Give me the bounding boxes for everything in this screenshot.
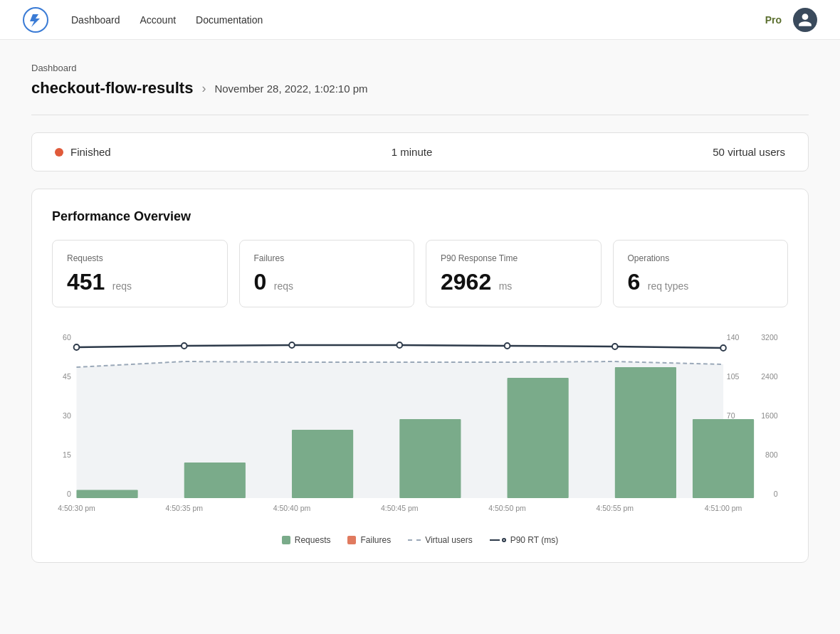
- pro-badge: Pro: [765, 14, 782, 26]
- page-subtitle: November 28, 2022, 1:02:10 pm: [214, 83, 367, 95]
- svg-text:15: 15: [63, 450, 71, 459]
- svg-rect-23: [693, 419, 754, 498]
- metric-grid: Requests 451 reqs Failures 0 reqs P90 Re…: [52, 240, 788, 307]
- svg-text:0: 0: [774, 490, 778, 498]
- svg-text:4:51:00 pm: 4:51:00 pm: [705, 504, 742, 512]
- breadcrumb: Dashboard: [31, 63, 809, 73]
- legend-requests-icon: [282, 536, 290, 544]
- legend-virtual-users: Virtual users: [408, 535, 472, 545]
- navbar: Dashboard Account Documentation Pro: [0, 0, 840, 40]
- metric-value-1: 0: [254, 269, 267, 295]
- nav-links: Dashboard Account Documentation: [71, 14, 263, 26]
- metric-label-3: Operations: [628, 253, 774, 263]
- svg-text:4:50:50 pm: 4:50:50 pm: [488, 504, 526, 512]
- metric-value-0: 451: [67, 269, 105, 295]
- svg-text:4:50:30 pm: 4:50:30 pm: [58, 504, 95, 512]
- legend-p90rt-icon: [490, 538, 506, 542]
- metric-label-0: Requests: [67, 253, 213, 263]
- svg-text:3200: 3200: [761, 333, 777, 342]
- chevron-right-icon: ›: [201, 81, 206, 96]
- legend-failures-label: Failures: [360, 535, 391, 545]
- svg-text:4:50:55 pm: 4:50:55 pm: [597, 504, 634, 512]
- logo[interactable]: [23, 7, 48, 33]
- metric-value-2: 2962: [441, 269, 491, 295]
- svg-text:140: 140: [727, 333, 740, 342]
- svg-text:4:50:35 pm: 4:50:35 pm: [165, 504, 203, 512]
- svg-text:70: 70: [727, 411, 735, 420]
- svg-text:45: 45: [63, 372, 71, 381]
- svg-text:1600: 1600: [761, 411, 777, 420]
- chart-legend: Requests Failures Virtual users P90 RT (…: [52, 535, 788, 545]
- svg-point-28: [505, 343, 510, 349]
- status-bar: Finished 1 minute 50 virtual users: [31, 132, 809, 171]
- main-content: Dashboard checkout-flow-results › Novemb…: [14, 40, 826, 586]
- svg-point-26: [289, 342, 295, 348]
- legend-failures: Failures: [347, 535, 391, 545]
- svg-text:800: 800: [765, 450, 778, 459]
- svg-rect-21: [508, 378, 569, 498]
- metric-unit-1: reqs: [274, 280, 293, 292]
- nav-dashboard[interactable]: Dashboard: [71, 14, 120, 26]
- metric-box-3: Operations 6 req types: [613, 240, 789, 307]
- status-label: Finished: [70, 146, 111, 158]
- nav-documentation[interactable]: Documentation: [196, 14, 263, 26]
- legend-virtual-users-label: Virtual users: [425, 535, 472, 545]
- chart-container: 60 45 30 15 0 140 105 70 35 0 3200 2400 …: [52, 327, 788, 527]
- page-title: checkout-flow-results: [31, 79, 193, 97]
- metric-label-1: Failures: [254, 253, 400, 263]
- metric-box-2: P90 Response Time 2962 ms: [426, 240, 602, 307]
- svg-rect-20: [399, 419, 461, 498]
- legend-failures-icon: [347, 536, 356, 544]
- nav-right: Pro: [765, 8, 817, 32]
- metric-value-3: 6: [628, 269, 641, 295]
- nav-account[interactable]: Account: [140, 14, 177, 26]
- svg-rect-19: [292, 430, 353, 498]
- svg-point-24: [74, 344, 80, 350]
- divider: [31, 115, 809, 115]
- legend-p90rt-label: P90 RT (ms): [510, 535, 559, 545]
- page-title-row: checkout-flow-results › November 28, 202…: [31, 79, 809, 97]
- metric-unit-3: req types: [648, 280, 689, 292]
- legend-p90rt: P90 RT (ms): [490, 535, 559, 545]
- svg-point-25: [182, 343, 187, 349]
- svg-text:2400: 2400: [761, 372, 777, 381]
- legend-requests: Requests: [282, 535, 331, 545]
- status-users: 50 virtual users: [713, 146, 785, 158]
- svg-text:4:50:40 pm: 4:50:40 pm: [273, 504, 311, 512]
- svg-point-27: [397, 342, 402, 348]
- metric-box-0: Requests 451 reqs: [52, 240, 228, 307]
- svg-text:0: 0: [67, 490, 71, 498]
- performance-overview-card: Performance Overview Requests 451 reqs F…: [31, 189, 809, 563]
- svg-rect-22: [615, 367, 676, 498]
- user-avatar[interactable]: [793, 8, 817, 32]
- metric-label-2: P90 Response Time: [441, 253, 587, 263]
- svg-point-29: [612, 344, 618, 349]
- status-dot: [55, 148, 63, 157]
- status-duration: 1 minute: [392, 146, 433, 158]
- performance-chart: 60 45 30 15 0 140 105 70 35 0 3200 2400 …: [52, 327, 788, 527]
- metric-box-1: Failures 0 reqs: [239, 240, 415, 307]
- svg-rect-18: [184, 463, 246, 498]
- svg-text:60: 60: [63, 333, 71, 342]
- svg-text:4:50:45 pm: 4:50:45 pm: [381, 504, 419, 512]
- metric-unit-2: ms: [499, 280, 513, 292]
- svg-rect-17: [76, 490, 137, 499]
- svg-text:30: 30: [63, 411, 71, 420]
- legend-requests-label: Requests: [295, 535, 331, 545]
- legend-virtual-users-icon: [408, 539, 421, 541]
- svg-point-30: [720, 345, 726, 351]
- metric-unit-0: reqs: [112, 280, 132, 292]
- perf-title: Performance Overview: [52, 209, 788, 224]
- svg-text:105: 105: [727, 372, 740, 381]
